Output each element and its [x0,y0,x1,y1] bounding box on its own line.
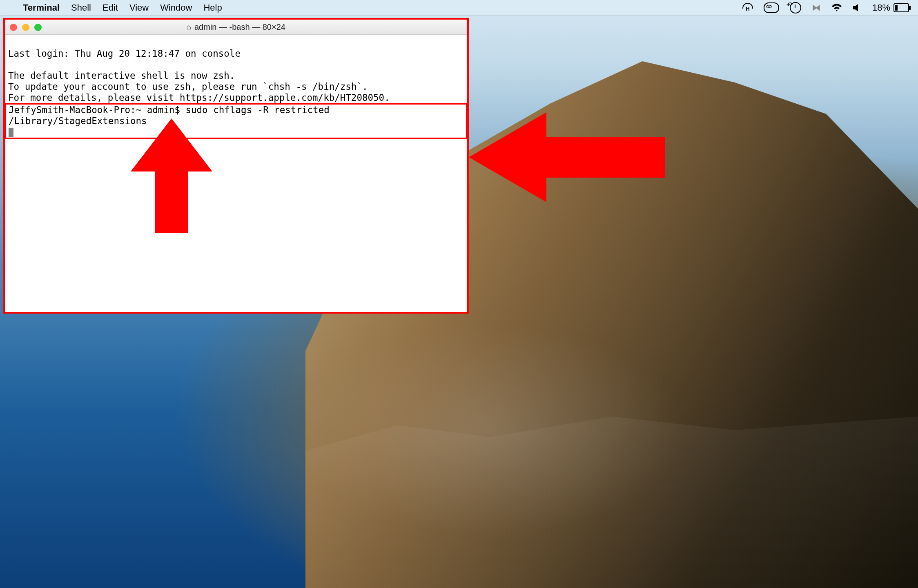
terminal-line: To update your account to use zsh, pleas… [8,81,368,92]
terminal-cursor [9,128,13,137]
svg-marker-0 [131,118,212,233]
window-close-button[interactable] [10,24,17,31]
terminal-body[interactable]: Last login: Thu Aug 20 12:18:47 on conso… [5,35,467,312]
terminal-titlebar[interactable]: ⌂ admin — -bash — 80×24 [5,20,467,35]
creative-cloud-icon[interactable] [764,2,779,13]
time-machine-icon[interactable] [790,2,801,13]
terminal-command-highlight: JeffySmith-MacBook-Pro:~ admin$ sudo chf… [5,103,467,139]
annotation-arrow-up [131,118,212,233]
menubar-item-window[interactable]: Window [160,2,192,13]
menubar-item-view[interactable]: View [129,2,149,13]
battery-icon [893,3,909,12]
menubar-item-shell[interactable]: Shell [71,2,91,13]
wallpaper-shore [305,416,918,588]
terminal-title: admin — -bash — 80×24 [194,22,285,32]
battery-status[interactable]: 18% [872,2,909,13]
battery-percentage: 18% [872,2,890,13]
volume-icon[interactable] [853,4,862,12]
window-minimize-button[interactable] [22,24,29,31]
window-zoom-button[interactable] [34,24,42,31]
terminal-line: The default interactive shell is now zsh… [8,70,235,81]
svg-marker-1 [469,112,665,202]
bluetooth-off-icon[interactable]: ⧓ [812,2,821,13]
wifi-icon[interactable] [831,4,842,12]
annotation-arrow-left [469,112,665,202]
macos-menubar: Terminal Shell Edit View Window Help ⧓ 1… [0,0,918,16]
terminal-line: For more details, please visit https://s… [8,92,390,103]
menubar-app-name[interactable]: Terminal [23,2,60,13]
terminal-line: Last login: Thu Aug 20 12:18:47 on conso… [8,48,241,59]
menubar-item-help[interactable]: Help [203,2,222,13]
hotspot-icon[interactable] [742,3,753,12]
terminal-prompt: JeffySmith-MacBook-Pro:~ admin$ [9,105,185,115]
terminal-window-highlight: ⌂ admin — -bash — 80×24 Last login: Thu … [3,18,469,314]
menubar-item-edit[interactable]: Edit [102,2,118,13]
home-icon: ⌂ [187,23,191,31]
